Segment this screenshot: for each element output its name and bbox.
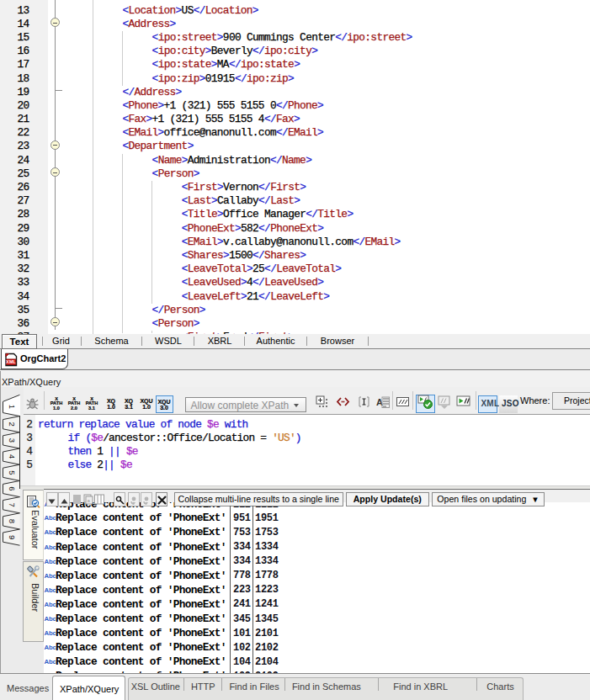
svg-text:6: 6 [8, 486, 17, 491]
svg-text:7: 7 [8, 503, 17, 507]
svg-text:9: 9 [8, 535, 17, 539]
svg-text:XML: XML [6, 359, 16, 364]
svg-text:5: 5 [8, 470, 17, 475]
svg-text:4: 4 [8, 454, 17, 459]
svg-text:2: 2 [8, 422, 17, 427]
svg-text:3: 3 [8, 438, 17, 443]
svg-text:1: 1 [8, 405, 17, 409]
svg-text:8: 8 [8, 519, 17, 523]
